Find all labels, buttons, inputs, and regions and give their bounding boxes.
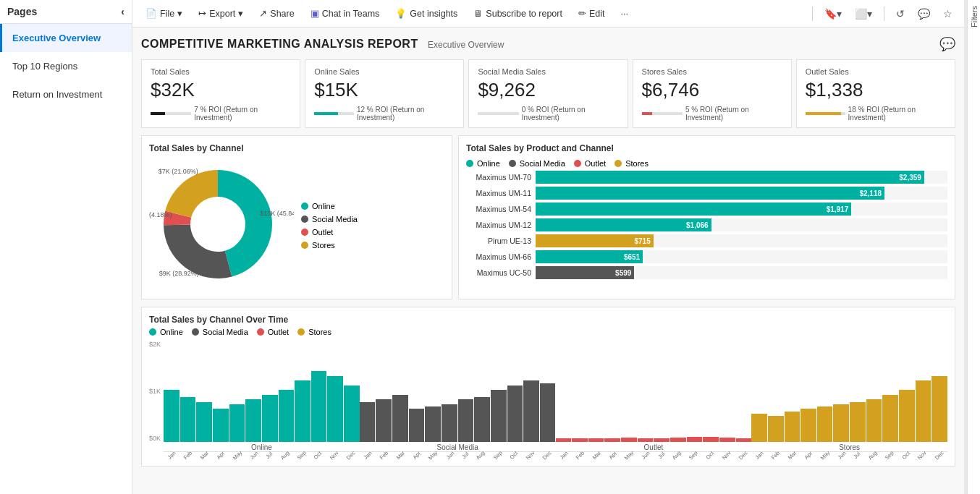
comment-button[interactable]: 💬 (913, 5, 934, 22)
report-title: COMPETITIVE MARKETING ANALYSIS REPORT (141, 38, 418, 50)
ts-bar (833, 404, 849, 442)
hbar-fill: $2,118 (536, 187, 884, 200)
timeseries-chart-card: Total Sales by Channel Over Time OnlineS… (141, 307, 955, 467)
sidebar-collapse-button[interactable]: ‹ (121, 6, 124, 17)
ts-section-label: Outlet (556, 442, 752, 451)
hbar-track: $2,118 (536, 187, 947, 200)
ts-month-label: Jun (444, 450, 455, 461)
ts-legend-item: Online (149, 328, 183, 336)
legend-label: Outlet (312, 228, 333, 237)
kpi-label: Total Sales (151, 67, 291, 76)
roi-bar (314, 112, 354, 115)
ts-month-label: Jul (852, 451, 861, 460)
ts-month-label: Jun (837, 450, 848, 461)
hbar-product-label: Maximus UM-66 (466, 252, 531, 261)
hbar-row: Maximus UM-70 $2,359 (466, 171, 947, 184)
donut-legend-item: Stores (301, 241, 358, 250)
hbar-track: $715 (536, 234, 947, 247)
kpi-value: $6,746 (642, 79, 782, 101)
filters-label[interactable]: Filters (970, 6, 979, 27)
subscribe-icon: 🖥 (473, 9, 483, 19)
sidebar-item[interactable]: Executive Overview (0, 24, 132, 52)
report-title-area: COMPETITIVE MARKETING ANALYSIS REPORT Ex… (141, 38, 504, 51)
ts-section-group (751, 341, 947, 442)
subscribe-button[interactable]: 🖥 Subscribe to report (468, 6, 568, 22)
kpi-value: $1,338 (806, 79, 946, 101)
hbar-value: $1,917 (827, 205, 849, 213)
sidebar-title: Pages (7, 6, 37, 17)
ts-bar (229, 404, 245, 442)
chat-in-teams-button[interactable]: ▣ Chat in Teams (305, 5, 386, 22)
ts-bar (850, 402, 866, 442)
ts-month-label: Oct (900, 450, 911, 461)
roi-text: 5 % ROI (Return on Investment) (685, 106, 782, 122)
main-content: 📄 File ▾ ↦ Export ▾ ↗ Share ▣ Chat in Te… (132, 0, 964, 494)
hbar-product-label: Maximus UC-50 (466, 268, 531, 277)
hbar-product-label: Pirum UE-13 (466, 237, 531, 245)
view-button[interactable]: ⬜▾ (850, 5, 876, 22)
sidebar-item[interactable]: Top 10 Regions (0, 52, 132, 80)
get-insights-button[interactable]: 💡 Get insights (389, 5, 463, 22)
ts-x-label-group: JanFebMarAprMayJunJulAugSepOctNovDec (360, 452, 556, 459)
sidebar-item[interactable]: Return on Investment (0, 80, 132, 108)
ts-bar (245, 399, 261, 442)
file-button[interactable]: 📄 File ▾ (140, 5, 188, 22)
hbar-row: Maximus UM-54 $1,917 (466, 203, 947, 216)
hbar-track: $1,066 (536, 218, 947, 231)
ts-legend-label: Social Media (203, 328, 248, 336)
legend-dot (301, 242, 308, 249)
ts-month-label: Jul (656, 451, 666, 460)
edit-button[interactable]: ✏ Edit (573, 5, 611, 22)
ts-month-label: Jun (248, 450, 259, 461)
ts-legend-dot (149, 328, 156, 336)
ts-month-label: Jan (754, 450, 765, 461)
ts-bar (785, 412, 801, 442)
ts-bar (474, 397, 490, 442)
ts-month-label: Feb (182, 450, 194, 461)
ts-month-label: Jan (362, 450, 373, 461)
ts-bar (768, 416, 784, 442)
ts-bar (392, 395, 408, 442)
donut-label: $1K (4.18%) (149, 211, 172, 218)
bookmark-button[interactable]: 🔖▾ (820, 5, 846, 22)
share-icon: ↗ (259, 8, 267, 19)
timeseries-chart-wrapper: $2K$1K$0K OnlineSocial MediaOutletStores… (149, 341, 947, 459)
hbar-legend-label: Online (477, 159, 500, 168)
ts-y-label: $0K (149, 435, 161, 442)
more-button[interactable]: ··· (615, 6, 634, 22)
ts-bar (344, 386, 360, 442)
hbar-product-label: Maximus UM-54 (466, 205, 531, 213)
timeseries-y-axis: $2K$1K$0K (149, 341, 164, 442)
ts-section-group (556, 341, 752, 442)
ts-bar (327, 376, 343, 442)
filters-panel: Filters (967, 0, 980, 494)
export-button[interactable]: ↦ Export ▾ (193, 5, 249, 22)
ts-month-label: Jul (460, 451, 470, 460)
ts-y-label: $2K (149, 341, 161, 348)
comment-panel-button[interactable]: 💬 (939, 36, 955, 52)
donut-legend-item: Online (301, 202, 358, 210)
ts-bar (866, 399, 882, 442)
donut-chart-title: Total Sales by Channel (149, 143, 444, 153)
ts-bar (311, 371, 327, 442)
donut-segment[interactable] (165, 170, 218, 218)
ts-legend-item: Outlet (257, 328, 289, 336)
kpi-roi: 12 % ROI (Return on Investment) (314, 106, 455, 122)
share-button[interactable]: ↗ Share (253, 5, 300, 22)
hbar-legend-item: Social Media (509, 159, 565, 168)
teams-icon: ▣ (311, 8, 319, 19)
ts-x-label-group: JanFebMarAprMayJunJulAugSepOctNovDec (164, 452, 360, 459)
ts-bar (916, 380, 932, 442)
ts-legend-label: Outlet (268, 328, 289, 336)
ts-section-label: Online (164, 442, 360, 451)
legend-label: Stores (312, 241, 335, 250)
hbar-legend-item: Stores (614, 159, 649, 168)
kpi-value: $15K (314, 79, 455, 101)
favorite-button[interactable]: ☆ (939, 5, 957, 22)
kpi-roi: 5 % ROI (Return on Investment) (642, 106, 782, 122)
roi-bar (478, 112, 518, 115)
ts-bar (376, 399, 392, 442)
refresh-button[interactable]: ↺ (892, 5, 909, 22)
kpi-card: Online Sales $15K 12 % ROI (Return on In… (305, 59, 464, 128)
legend-dot (301, 203, 308, 210)
